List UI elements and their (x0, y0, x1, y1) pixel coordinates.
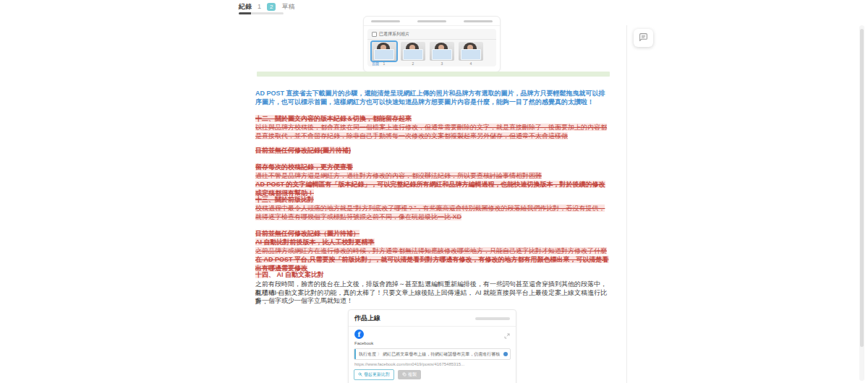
tab-record[interactable]: 紀錄 (239, 2, 252, 12)
photo-thumb-1-wrap: 首圖 1 (372, 42, 396, 66)
section12-note: 目前並無任何修改記錄(圖片待補) (255, 147, 611, 155)
page: 紀錄 1 2 草稿 已選擇系列相片 (0, 0, 868, 383)
scrollbar-thumb[interactable] (860, 29, 864, 347)
facebook-icon: f (354, 330, 364, 339)
status-box: 執行進度 〉 網紅已將文章發布上線，待網紅確認發布完畢，仍需進行審核 (354, 348, 511, 360)
post-url[interactable]: https://www.facebook.com/tim0419/posts/4… (354, 362, 464, 366)
section12b-body2: AD POST 的文字編輯區有「版本紀錄」，可以完整紀錄所有網紅和品牌方編輯過程… (255, 181, 611, 197)
compare-update-label: 發起更新比對 (364, 371, 390, 378)
thumb-number: 3 (430, 61, 454, 66)
section14-heading: 十四、 AI 自動文案比對 (255, 271, 611, 280)
photo-art (374, 49, 394, 60)
copy-icon (402, 372, 407, 377)
photo-art (461, 49, 481, 60)
selected-photos-header: 已選擇系列相片 (367, 29, 496, 40)
photo-art (403, 49, 423, 60)
section12b-body2-text: AD POST 的文字編輯區有「版本紀錄」，可以完整紀錄所有網紅和品牌方編輯過程… (255, 181, 605, 197)
section13-body-text: 校稿過程中最令人頭痛的地方就是"對方到底改了哪裡？"，有些廠商還會特別截圖修改的… (255, 205, 605, 220)
compare-update-button[interactable]: 發起更新比對 (354, 369, 394, 380)
facebook-glyph: f (358, 331, 361, 338)
photo-thumbnail[interactable] (372, 42, 396, 61)
embedded-work-online-screenshot: 作品上線 f Facebook 執行進度 〉 網紅已將文章發布上線，待網紅確認發… (348, 309, 516, 383)
photo-thumbnail[interactable] (430, 42, 454, 61)
photo-thumbnails: 首圖 1 2 3 (367, 40, 496, 66)
section12b-body1: 過往不管是品牌方還是網紅方，過往對方修改的內容，都沒辦法紀錄，所以要查核討論事情… (255, 172, 611, 181)
photo-thumb-2-wrap: 2 (401, 42, 425, 66)
magnifier-icon (358, 372, 362, 377)
blurred-text (475, 317, 510, 320)
photo-thumb-3-wrap: 3 (430, 42, 454, 66)
work-online-header: 作品上線 (349, 310, 516, 327)
selected-photos-panel: 已選擇系列相片 首圖 1 (367, 29, 496, 66)
section13-heading: 十三、關於前版比對 (255, 196, 611, 205)
comment-button[interactable] (634, 29, 653, 47)
first-image-tag: 首圖 (372, 61, 379, 66)
tab-version-2-badge[interactable]: 2 (267, 3, 276, 11)
intro-paragraph: AD POST 直接省去下載圖片的步驟，還能清楚呈現網紅上傳的照片和品牌方有選取… (255, 90, 611, 106)
section14-body3: 多一個字或少一個字立馬就知道！ (255, 297, 611, 306)
tab-underline (239, 12, 284, 14)
checkbox-icon[interactable] (372, 32, 377, 37)
photo-thumbnail[interactable] (459, 42, 483, 61)
tab-underline-track (251, 12, 284, 14)
version-tabs: 紀錄 1 2 草稿 (239, 1, 294, 12)
section12b-heading-text: 留存每次的校稿記錄，更方便查看 (255, 163, 353, 171)
blurred-text (417, 20, 446, 22)
section12-body-text: 以往與品牌方校稿後，都會直接在同一個檔案上進行修改，但通常需要刪除的文字，就是直… (255, 124, 607, 139)
section13b-body2-text: 在 AD POST 平台,只需要按「前版比對」，就可以清楚看到對方哪邊有修改，有… (255, 256, 609, 272)
content-right-divider (626, 25, 627, 383)
section12-heading-text: 十二、關於圖文內容的版本紀錄＆切換，都能留存起來 (255, 115, 412, 122)
section13b-body2: 在 AD POST 平台,只需要按「前版比對」，就可以清楚看到對方哪邊有修改，有… (255, 256, 611, 272)
section14-title: 、 AI 自動文案比對 (268, 271, 324, 278)
speech-bubble-icon (639, 32, 648, 45)
info-icon[interactable] (503, 352, 508, 356)
tab-version-1[interactable]: 1 (258, 3, 261, 10)
section14-number: 十四 (255, 271, 268, 278)
thumb-number: 4 (459, 61, 483, 66)
section12-note-text: 目前並無任何修改記錄(圖片待補) (255, 147, 351, 154)
photo-thumb-4-wrap: 4 (459, 42, 483, 66)
status-text: 執行進度 〉 網紅已將文章發布上線，待網紅確認發布完畢，仍需進行審核 (356, 351, 503, 358)
embedded-image-picker-screenshot: 已選擇系列相片 首圖 1 (363, 16, 501, 72)
photo-thumbnail[interactable] (401, 42, 425, 61)
selected-photos-label: 已選擇系列相片 (379, 31, 409, 38)
work-online-buttons: 發起更新比對 複製 (354, 369, 421, 380)
green-highlight-strip (257, 72, 610, 77)
picker-tab-row (364, 17, 500, 26)
facebook-label: Facebook (354, 341, 373, 345)
expand-icon[interactable] (504, 329, 510, 342)
section12-heading: 十二、關於圖文內容的版本紀錄＆切換，都能留存起來 (255, 115, 611, 124)
tab-underline-active (239, 12, 251, 14)
copy-label: 複製 (408, 371, 417, 378)
section13-body: 校稿過程中最令人頭痛的地方就是"對方到底改了哪裡？"，有些廠商還會特別截圖修改的… (255, 205, 611, 221)
blurred-text (464, 20, 493, 22)
section12b-heading: 留存每次的校稿記錄，更方便查看 (255, 163, 611, 172)
copy-button[interactable]: 複製 (398, 370, 421, 379)
work-online-title: 作品上線 (354, 314, 380, 323)
thumb-number: 2 (401, 61, 425, 66)
photo-art (432, 49, 452, 60)
section13-note: 目前並無任何修改記錄（圖片待補） (255, 230, 611, 238)
section12b-body1-text: 過往不管是品牌方還是網紅方，過往對方修改的內容，都沒辦法紀錄，所以要查核討論事情… (255, 172, 542, 179)
section12-body: 以往與品牌方校稿後，都會直接在同一個檔案上進行修改，但通常需要刪除的文字，就是直… (255, 124, 611, 140)
section13b-heading-text: AI 自動比對前後版本，比人工校對更精準 (255, 238, 375, 246)
section13-note-text: 目前並無任何修改記錄（圖片待補） (255, 230, 359, 237)
section13b-heading: AI 自動比對前後版本，比人工校對更精準 (255, 238, 611, 247)
section13-heading-text: 十三、關於前版比對 (255, 196, 314, 203)
tab-draft[interactable]: 草稿 (281, 2, 294, 12)
blurred-text (371, 20, 400, 22)
